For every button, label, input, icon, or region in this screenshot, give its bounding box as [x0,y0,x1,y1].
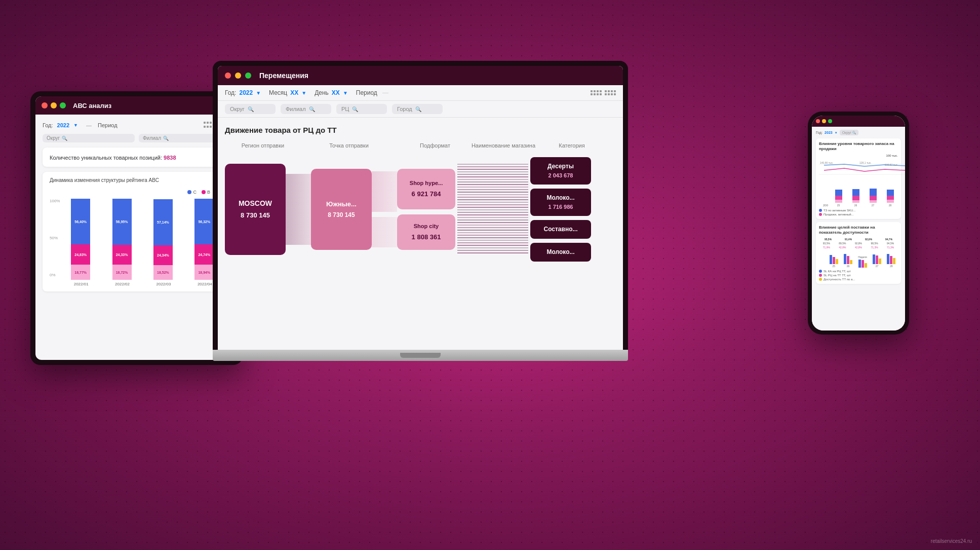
legend-item-dostup: Доступность ТТ по а... [819,278,898,281]
phone-chart2-legend: SL КА на РЦ ТТ, шт SL РЦ на ТТ ТТ, шт До… [819,270,898,281]
striped-area [457,164,528,255]
year-value-laptop[interactable]: 2022 [239,89,253,96]
laptop-toolbar1: Год: 2022 ▼ Месяц ХХ ▼ День ХХ ▼ Период … [218,85,623,101]
phone-search-icon: 🔍 [852,131,856,134]
category-nodes: Десерты 2 043 678 Молоко... 1 716 986 Со… [530,157,591,262]
phone-year-value[interactable]: 2023 [825,131,833,134]
month-value[interactable]: ХХ [290,89,298,96]
bar-c-4: 56,32% [194,199,214,244]
laptop-dot-red[interactable] [225,72,231,79]
day-label: День [315,89,329,96]
bar-a-2: 18,72% [112,265,132,280]
bar-group-3: 57,14% 24,34% 18,52% 2022/03 [144,199,182,286]
year-arrow-laptop[interactable]: ▼ [256,90,261,96]
bar-a-4: 18,94% [194,265,214,280]
sostavno-node: Составно... [530,220,591,239]
shop-hype-node: Shop hype... 6 921 784 [397,169,455,209]
day-value[interactable]: ХХ [332,89,340,96]
dot-green[interactable] [60,102,66,108]
laptop-notch [400,353,441,358]
grid-icon2[interactable] [605,90,616,95]
filial-label: Филиал [143,135,161,141]
section-title: Движение товара от РЦ до ТТ [225,126,616,134]
laptop-dot-yellow[interactable] [235,72,241,79]
day-arrow[interactable]: ▼ [343,90,348,96]
tablet-titlebar: АВС анализ [35,96,238,115]
moloko1-label: Молоко... [537,194,584,202]
bar-label-3: 2022/03 [156,282,171,286]
yuzhny-value: 8 730 145 [328,211,355,219]
shop-hype-value: 6 921 784 [412,190,441,199]
phone-chart2-title: Влияние целей поставки на показатель дос… [819,225,898,236]
phone-year-label: Год: [816,131,822,134]
phone-screen: Год: 2023 ▼ Округ 🔍 Влияние уровня товар… [812,116,905,331]
moscow-value: 8 730 145 [241,211,270,220]
metric-box: Количество уникальных товарных позиций: … [43,148,231,167]
connector1 [286,169,311,250]
year-label-laptop: Год: [225,89,236,96]
tablet-search-row: Округ 🔍 Филиал 🔍 [43,134,231,142]
moscow-node: MOSCOW 8 730 145 [225,164,286,255]
phone-okrug-input[interactable]: Округ 🔍 [840,130,858,135]
rc-filter[interactable]: РЦ 🔍 [336,104,387,114]
year-arrow-icon[interactable]: ▼ [73,123,78,128]
metric-value: 9838 [164,155,176,161]
yuzhny-node: Южные... 8 730 145 [311,169,372,250]
period-label: Период [98,122,117,128]
deserty-label: Десерты [537,162,584,171]
tablet-app-title: АВС анализ [73,102,111,109]
laptop-dot-green[interactable] [245,72,251,79]
okrug-input[interactable]: Округ 🔍 [43,134,135,142]
legend-item-sl1: SL КА на РЦ ТТ, шт [819,270,898,273]
laptop-device: Перемещения Год: 2022 ▼ Месяц ХХ ▼ День … [213,61,628,361]
phone-chart1: Влияние уровня товарного запаса на прода… [816,138,901,219]
header-shopname: Наименование магазина [468,142,539,149]
bar-label-2: 2022/02 [115,282,130,286]
bar-label-1: 2022/01 [74,282,89,286]
yuzhny-label: Южные... [326,200,357,209]
rc-search-icon: 🔍 [352,106,358,112]
filter-separator: — [86,122,92,128]
okrug-search-icon-laptop: 🔍 [248,106,254,112]
bar-b-4: 24,74% [194,244,214,265]
gorod-filter[interactable]: Город 🔍 [392,104,443,114]
okrug-search-icon: 🔍 [62,136,67,141]
period-group: Период — [356,89,390,96]
grid-icon1[interactable] [591,90,602,95]
deserty-node: Десерты 2 043 678 [530,157,591,185]
okrug-filter[interactable]: Округ 🔍 [225,104,276,114]
legend-item-sl2: SL РЦ на ТТ ТТ, шт [819,274,898,277]
laptop-app-title: Перемещения [259,71,308,80]
year-value[interactable]: 2022 [57,122,69,128]
dot-red[interactable] [42,102,48,108]
filial-filter[interactable]: Филиал 🔍 [281,104,331,114]
tablet-screen: АВС анализ Год: 2022 ▼ — Период [35,96,238,360]
tablet-content: Год: 2022 ▼ — Период — [35,115,238,291]
bar-c-2: 56,95% [112,199,132,245]
okrug-label: Округ [47,135,60,141]
laptop-screen-wrapper: Перемещения Год: 2022 ▼ Месяц ХХ ▼ День … [213,61,628,350]
bar-b-2: 24,33% [112,245,132,265]
dot-yellow[interactable] [51,102,57,108]
phone-dot-yellow[interactable] [822,119,826,123]
day-group: День ХХ ▼ [315,89,348,96]
phone-bars: 200 25 [819,187,898,207]
legend-b: B [202,190,210,195]
shop-nodes: Shop hype... 6 921 784 Shop city 1 808 3… [397,169,455,250]
phone-dot-green[interactable] [828,119,832,123]
phone-chart2-bars: 25 26 Неделя [819,250,898,268]
phone-filter-row: Год: 2023 ▼ Округ 🔍 [816,130,901,135]
shop-city-label: Shop city [414,223,439,230]
connector2 [372,169,397,250]
phone-content: Год: 2023 ▼ Округ 🔍 Влияние уровня товар… [812,127,905,331]
month-arrow[interactable]: ▼ [301,90,306,96]
phone-year-arrow[interactable]: ▼ [835,131,838,134]
moloko2-label: Молоко... [537,248,584,256]
chart-title: Динамика изменения структуры рейтинга АВ… [50,177,224,184]
tablet-filter-row: Год: 2022 ▼ — Период — [43,122,231,129]
bar-b-1: 24,83% [71,244,90,265]
header-region: Регион отправки [230,142,296,149]
phone-dot-red[interactable] [816,119,820,123]
shop-city-value: 1 808 361 [412,233,441,242]
header-subformat: Подформат [402,142,468,149]
